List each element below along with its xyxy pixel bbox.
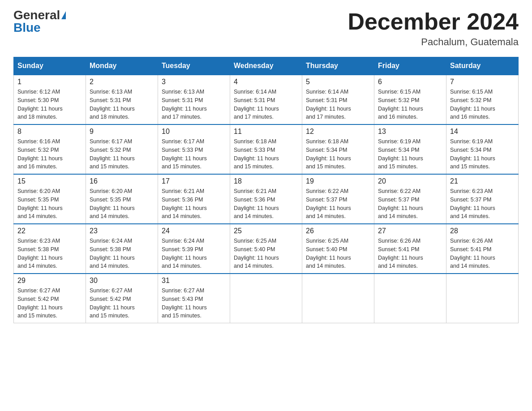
calendar-cell: 27Sunrise: 6:26 AMSunset: 5:41 PMDayligh… bbox=[374, 224, 446, 274]
logo-blue-text: Blue bbox=[13, 21, 41, 34]
page-header: General Blue December 2024 Pachalum, Gua… bbox=[13, 9, 519, 48]
month-title: December 2024 bbox=[348, 9, 519, 34]
calendar-cell: 4Sunrise: 6:14 AMSunset: 5:31 PMDaylight… bbox=[230, 75, 302, 124]
calendar-cell bbox=[302, 274, 374, 323]
calendar-cell: 7Sunrise: 6:15 AMSunset: 5:32 PMDaylight… bbox=[446, 75, 519, 124]
day-info: Sunrise: 6:13 AMSunset: 5:31 PMDaylight:… bbox=[162, 88, 226, 121]
day-number: 14 bbox=[450, 128, 515, 136]
day-info: Sunrise: 6:21 AMSunset: 5:36 PMDaylight:… bbox=[162, 187, 226, 221]
day-number: 18 bbox=[234, 177, 298, 185]
calendar-cell: 13Sunrise: 6:19 AMSunset: 5:34 PMDayligh… bbox=[374, 124, 446, 174]
day-info: Sunrise: 6:13 AMSunset: 5:31 PMDaylight:… bbox=[90, 88, 154, 121]
day-number: 25 bbox=[234, 227, 298, 235]
day-info: Sunrise: 6:26 AMSunset: 5:41 PMDaylight:… bbox=[450, 237, 515, 270]
day-number: 11 bbox=[234, 128, 298, 136]
day-info: Sunrise: 6:20 AMSunset: 5:35 PMDaylight:… bbox=[17, 187, 82, 221]
day-number: 12 bbox=[306, 128, 370, 136]
calendar-cell: 14Sunrise: 6:19 AMSunset: 5:34 PMDayligh… bbox=[446, 124, 519, 174]
day-info: Sunrise: 6:23 AMSunset: 5:37 PMDaylight:… bbox=[450, 187, 515, 221]
day-info: Sunrise: 6:18 AMSunset: 5:33 PMDaylight:… bbox=[234, 137, 298, 171]
day-number: 15 bbox=[17, 177, 82, 185]
calendar-week-row: 29Sunrise: 6:27 AMSunset: 5:42 PMDayligh… bbox=[14, 274, 519, 323]
calendar-week-row: 15Sunrise: 6:20 AMSunset: 5:35 PMDayligh… bbox=[14, 174, 519, 224]
calendar-week-row: 22Sunrise: 6:23 AMSunset: 5:38 PMDayligh… bbox=[14, 224, 519, 274]
day-number: 23 bbox=[90, 227, 154, 235]
calendar-cell: 5Sunrise: 6:14 AMSunset: 5:31 PMDaylight… bbox=[302, 75, 374, 124]
day-number: 22 bbox=[17, 227, 82, 235]
calendar-cell: 10Sunrise: 6:17 AMSunset: 5:33 PMDayligh… bbox=[158, 124, 230, 174]
day-info: Sunrise: 6:22 AMSunset: 5:37 PMDaylight:… bbox=[378, 187, 442, 221]
day-info: Sunrise: 6:27 AMSunset: 5:42 PMDaylight:… bbox=[17, 287, 82, 320]
weekday-header-friday: Friday bbox=[374, 57, 446, 75]
calendar-cell: 21Sunrise: 6:23 AMSunset: 5:37 PMDayligh… bbox=[446, 174, 519, 224]
day-number: 19 bbox=[306, 177, 370, 185]
calendar-week-row: 1Sunrise: 6:12 AMSunset: 5:30 PMDaylight… bbox=[14, 75, 519, 124]
day-number: 24 bbox=[162, 227, 226, 235]
calendar-cell bbox=[374, 274, 446, 323]
day-number: 4 bbox=[234, 78, 298, 86]
calendar-cell: 11Sunrise: 6:18 AMSunset: 5:33 PMDayligh… bbox=[230, 124, 302, 174]
weekday-header-sunday: Sunday bbox=[14, 57, 86, 75]
calendar-cell: 17Sunrise: 6:21 AMSunset: 5:36 PMDayligh… bbox=[158, 174, 230, 224]
weekday-header-wednesday: Wednesday bbox=[230, 57, 302, 75]
calendar-cell: 20Sunrise: 6:22 AMSunset: 5:37 PMDayligh… bbox=[374, 174, 446, 224]
logo: General Blue bbox=[13, 9, 66, 34]
weekday-header-tuesday: Tuesday bbox=[158, 57, 230, 75]
day-info: Sunrise: 6:19 AMSunset: 5:34 PMDaylight:… bbox=[450, 137, 515, 171]
day-info: Sunrise: 6:17 AMSunset: 5:32 PMDaylight:… bbox=[90, 137, 154, 171]
calendar-cell: 3Sunrise: 6:13 AMSunset: 5:31 PMDaylight… bbox=[158, 75, 230, 124]
day-number: 17 bbox=[162, 177, 226, 185]
calendar-table: SundayMondayTuesdayWednesdayThursdayFrid… bbox=[13, 57, 519, 323]
day-number: 13 bbox=[378, 128, 442, 136]
day-number: 21 bbox=[450, 177, 515, 185]
weekday-header-monday: Monday bbox=[86, 57, 158, 75]
day-number: 26 bbox=[306, 227, 370, 235]
calendar-cell: 8Sunrise: 6:16 AMSunset: 5:32 PMDaylight… bbox=[14, 124, 86, 174]
day-number: 8 bbox=[17, 128, 82, 136]
day-number: 7 bbox=[450, 78, 515, 86]
day-number: 30 bbox=[90, 277, 154, 285]
day-number: 3 bbox=[162, 78, 226, 86]
location-text: Pachalum, Guatemala bbox=[348, 36, 519, 48]
day-info: Sunrise: 6:19 AMSunset: 5:34 PMDaylight:… bbox=[378, 137, 442, 171]
calendar-cell bbox=[230, 274, 302, 323]
calendar-cell: 29Sunrise: 6:27 AMSunset: 5:42 PMDayligh… bbox=[14, 274, 86, 323]
calendar-cell: 22Sunrise: 6:23 AMSunset: 5:38 PMDayligh… bbox=[14, 224, 86, 274]
day-info: Sunrise: 6:26 AMSunset: 5:41 PMDaylight:… bbox=[378, 237, 442, 270]
day-info: Sunrise: 6:14 AMSunset: 5:31 PMDaylight:… bbox=[306, 88, 370, 121]
logo-triangle-icon bbox=[61, 11, 66, 19]
calendar-cell: 28Sunrise: 6:26 AMSunset: 5:41 PMDayligh… bbox=[446, 224, 519, 274]
logo-general-text: General bbox=[13, 9, 60, 21]
day-number: 10 bbox=[162, 128, 226, 136]
title-section: December 2024 Pachalum, Guatemala bbox=[348, 9, 519, 48]
day-info: Sunrise: 6:21 AMSunset: 5:36 PMDaylight:… bbox=[234, 187, 298, 221]
day-info: Sunrise: 6:27 AMSunset: 5:42 PMDaylight:… bbox=[90, 287, 154, 320]
day-number: 20 bbox=[378, 177, 442, 185]
day-number: 2 bbox=[90, 78, 154, 86]
calendar-cell: 23Sunrise: 6:24 AMSunset: 5:38 PMDayligh… bbox=[86, 224, 158, 274]
day-number: 5 bbox=[306, 78, 370, 86]
calendar-cell bbox=[446, 274, 519, 323]
calendar-cell: 26Sunrise: 6:25 AMSunset: 5:40 PMDayligh… bbox=[302, 224, 374, 274]
weekday-header-saturday: Saturday bbox=[446, 57, 519, 75]
calendar-cell: 16Sunrise: 6:20 AMSunset: 5:35 PMDayligh… bbox=[86, 174, 158, 224]
day-number: 9 bbox=[90, 128, 154, 136]
calendar-cell: 2Sunrise: 6:13 AMSunset: 5:31 PMDaylight… bbox=[86, 75, 158, 124]
day-info: Sunrise: 6:20 AMSunset: 5:35 PMDaylight:… bbox=[90, 187, 154, 221]
day-number: 1 bbox=[17, 78, 82, 86]
day-info: Sunrise: 6:15 AMSunset: 5:32 PMDaylight:… bbox=[378, 88, 442, 121]
calendar-cell: 18Sunrise: 6:21 AMSunset: 5:36 PMDayligh… bbox=[230, 174, 302, 224]
day-info: Sunrise: 6:25 AMSunset: 5:40 PMDaylight:… bbox=[306, 237, 370, 270]
calendar-cell: 1Sunrise: 6:12 AMSunset: 5:30 PMDaylight… bbox=[14, 75, 86, 124]
day-info: Sunrise: 6:25 AMSunset: 5:40 PMDaylight:… bbox=[234, 237, 298, 270]
day-number: 16 bbox=[90, 177, 154, 185]
day-info: Sunrise: 6:22 AMSunset: 5:37 PMDaylight:… bbox=[306, 187, 370, 221]
day-info: Sunrise: 6:12 AMSunset: 5:30 PMDaylight:… bbox=[17, 88, 82, 121]
day-number: 27 bbox=[378, 227, 442, 235]
calendar-cell: 9Sunrise: 6:17 AMSunset: 5:32 PMDaylight… bbox=[86, 124, 158, 174]
calendar-cell: 24Sunrise: 6:24 AMSunset: 5:39 PMDayligh… bbox=[158, 224, 230, 274]
weekday-header-thursday: Thursday bbox=[302, 57, 374, 75]
calendar-cell: 19Sunrise: 6:22 AMSunset: 5:37 PMDayligh… bbox=[302, 174, 374, 224]
weekday-header-row: SundayMondayTuesdayWednesdayThursdayFrid… bbox=[14, 57, 519, 75]
calendar-cell: 25Sunrise: 6:25 AMSunset: 5:40 PMDayligh… bbox=[230, 224, 302, 274]
